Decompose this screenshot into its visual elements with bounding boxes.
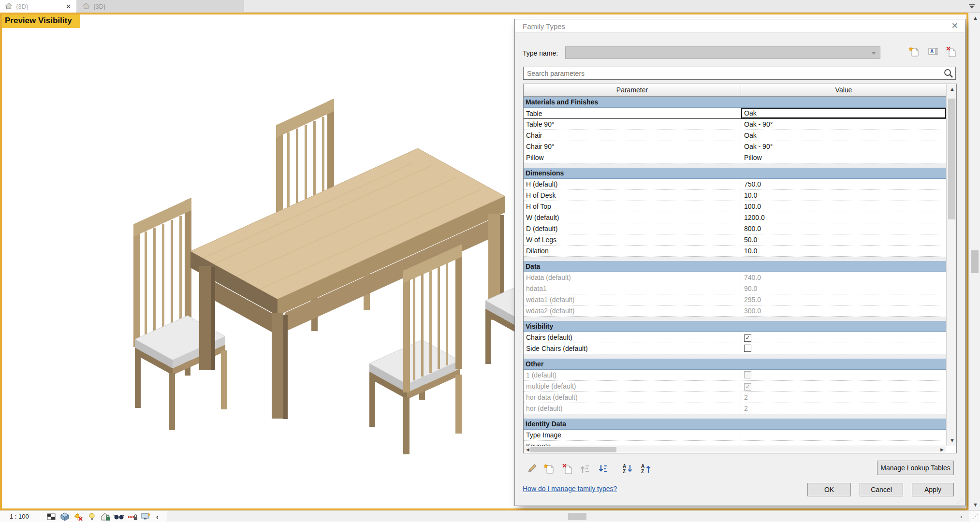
delete-parameter-button[interactable] [560,462,574,476]
column-header-parameter[interactable]: Parameter [524,84,741,96]
parameter-row[interactable]: H (default)750.0 [524,179,946,190]
app-vertical-scrollbar[interactable]: ▲ ▼ [969,13,980,510]
parameter-value-cell[interactable]: 10.0 [741,246,946,256]
parameter-value-cell[interactable]: 750.0 [741,179,946,189]
scrollbar-thumb[interactable] [971,250,979,273]
parameter-row[interactable]: Type Image [524,430,946,441]
parameter-value-cell[interactable]: Oak [741,130,946,141]
parameter-value-cell[interactable]: 1200.0 [741,212,946,223]
table-vertical-scrollbar[interactable]: ▲ ▼ [946,84,956,446]
cancel-button[interactable]: Cancel [860,483,903,496]
type-name-combobox[interactable] [565,46,880,59]
search-input[interactable] [523,67,956,80]
window-resize-grip[interactable]: ⋰ [972,513,979,520]
parameter-row[interactable]: Dilation10.0 [524,246,946,257]
checkbox-unchecked[interactable] [744,371,751,378]
scroll-up-icon[interactable]: ▲ [973,15,978,21]
view-control-bar-collapse-icon[interactable]: ‹ [154,513,159,521]
scroll-right-icon[interactable]: › [960,513,962,520]
parameter-value-cell[interactable]: 50.0 [741,234,946,245]
view-tab-3d-inactive[interactable]: {3D} [77,0,244,13]
parameter-value-cell[interactable]: 800.0 [741,223,946,234]
new-parameter-button[interactable] [542,462,556,476]
move-up-button[interactable] [578,462,591,476]
collapse-ribbon-icon[interactable] [968,3,976,12]
parameter-value-cell[interactable]: ✓ [741,381,946,392]
parameter-row[interactable]: W (default)1200.0 [524,212,946,223]
rename-type-button[interactable]: A [927,45,939,58]
help-link[interactable]: How do I manage family types? [523,485,617,493]
parameter-value-cell[interactable]: ✓ [741,332,946,343]
scroll-left-icon[interactable]: ◄ [525,447,530,452]
scroll-down-icon[interactable]: ▼ [950,438,955,443]
apply-button[interactable]: Apply [912,483,954,496]
parameter-value-cell[interactable]: 2 [741,403,946,414]
parameter-row[interactable]: hor data (default)2 [524,392,946,403]
parameter-row[interactable]: 1 (default) [524,370,946,381]
parameter-row[interactable]: hdata190.0 [524,283,946,294]
temporary-view-properties-icon[interactable] [141,512,151,521]
parameter-row[interactable]: W of Legs50.0 [524,234,946,246]
detail-level-icon[interactable] [46,512,57,521]
scrollbar-thumb[interactable] [568,513,586,520]
sun-path-icon[interactable] [73,512,84,521]
parameter-row[interactable]: wdata1 (default)295.0 [524,294,946,305]
parameter-value-cell[interactable]: Oak [741,108,946,118]
parameter-row[interactable]: Table 90°Oak - 90° [524,119,946,130]
parameter-value-cell[interactable]: Oak - 90° [741,141,946,152]
delete-type-button[interactable] [945,45,957,58]
parameter-value-cell[interactable]: 295.0 [741,294,946,305]
dialog-close-icon[interactable]: ✕ [951,21,958,31]
view-tab-3d-active[interactable]: {3D} ✕ [0,0,76,13]
view-scale-button[interactable]: 1 : 100 [10,513,29,520]
parameter-row[interactable]: multiple (default)✓ [524,381,946,392]
parameter-row[interactable]: Chair 90°Oak - 90° [524,141,946,152]
scrollbar-thumb[interactable] [948,99,955,219]
parameter-row[interactable]: Side Chairs (default) [524,343,946,354]
parameter-row[interactable]: Chairs (default)✓ [524,332,946,343]
scrollbar-thumb[interactable] [530,447,616,452]
parameter-value-cell[interactable]: Oak - 90° [741,119,946,130]
lock-3d-view-icon[interactable] [100,512,111,521]
ok-button[interactable]: OK [807,483,851,496]
parameter-row[interactable]: TableOak [524,108,946,119]
parameter-value-cell[interactable]: 100.0 [741,201,946,212]
scroll-right-icon[interactable]: ► [939,447,945,452]
parameter-value-cell[interactable]: 90.0 [741,283,946,294]
move-down-button[interactable] [596,462,610,476]
dialog-resize-grip[interactable]: ⋰ [957,497,963,505]
parameter-value-cell[interactable] [741,430,946,440]
checkbox-checked[interactable]: ✓ [744,334,751,342]
parameter-value-cell[interactable]: 10.0 [741,190,946,201]
parameter-row[interactable]: PillowPillow [524,152,946,163]
dialog-title-bar[interactable]: Family Types ✕ [515,19,965,33]
visual-style-icon[interactable] [59,512,70,521]
parameter-row[interactable]: Hdata (default)740.0 [524,272,946,283]
scroll-down-icon[interactable]: ▼ [973,502,978,508]
scroll-up-icon[interactable]: ▲ [950,87,955,92]
shadows-icon[interactable] [87,512,97,521]
reveal-constraints-icon[interactable] [127,512,138,521]
column-header-value[interactable]: Value [741,84,946,96]
checkbox-unchecked[interactable] [744,345,751,352]
parameter-row[interactable]: ChairOak [524,130,946,141]
manage-lookup-tables-button[interactable]: Manage Lookup Tables [877,461,954,475]
parameter-row[interactable]: D (default)800.0 [524,223,946,234]
parameter-row[interactable]: hor (default)2 [524,403,946,414]
parameter-row[interactable]: wdata2 (default)300.0 [524,305,946,317]
search-icon[interactable] [943,68,953,80]
parameter-value-cell[interactable] [741,370,946,380]
temporary-hide-isolate-icon[interactable] [114,512,124,521]
parameter-value-cell[interactable]: Pillow [741,152,946,163]
new-type-button[interactable] [907,45,920,58]
sort-descending-button[interactable]: A Z [640,462,653,476]
app-horizontal-scrollbar[interactable]: › [167,511,969,522]
edit-parameter-button[interactable] [525,462,538,476]
table-horizontal-scrollbar[interactable]: ◄ ► [524,446,946,453]
parameter-row[interactable]: H of Top100.0 [524,201,946,212]
parameter-value-cell[interactable]: 740.0 [741,272,946,283]
parameter-value-cell[interactable]: 2 [741,392,946,403]
tab-close-icon[interactable]: ✕ [66,3,71,10]
parameter-value-cell[interactable]: 300.0 [741,305,946,316]
checkbox-checked[interactable]: ✓ [744,383,751,391]
